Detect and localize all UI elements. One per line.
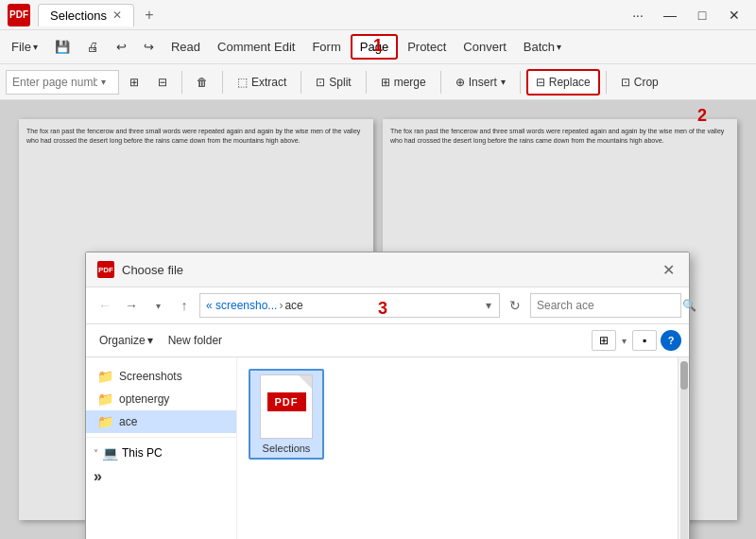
toolbar-redo[interactable]: ↪ — [136, 36, 162, 58]
more-btn[interactable]: ··· — [624, 6, 652, 25]
view-details-btn[interactable]: ▪ — [632, 330, 657, 351]
nav-back-btn[interactable]: ← — [94, 294, 116, 317]
sidebar-more[interactable]: » — [86, 464, 236, 489]
replace-icon: ⊟ — [536, 76, 545, 89]
active-tab[interactable]: Selections ✕ — [38, 4, 134, 26]
crop-icon: ⊡ — [621, 76, 630, 89]
split-btn[interactable]: ⊡ Split — [307, 69, 359, 96]
tab-close-btn[interactable]: ✕ — [112, 9, 122, 22]
sep1 — [181, 71, 182, 94]
sidebar-item-ace[interactable]: 📁 ace — [86, 410, 236, 433]
split-label: Split — [329, 76, 351, 89]
new-tab-btn[interactable]: + — [138, 4, 161, 26]
pdf-badge: PDF — [267, 392, 306, 411]
insert-btn[interactable]: ⊕ Insert ▾ — [447, 69, 514, 96]
organize-label: Organize — [99, 334, 146, 347]
main-content: The fox ran past the fencerow and three … — [0, 100, 756, 539]
extract-btn[interactable]: ⬚ Extract — [229, 69, 295, 96]
extract-label: Extract — [251, 76, 286, 89]
merge-icon: ⊞ — [381, 76, 390, 89]
file-item-selections[interactable]: PDF Selections — [249, 369, 324, 460]
dialog-body: 📁 Screenshots 📁 optenergy 📁 ace ˅ 💻 This… — [86, 357, 689, 539]
sidebar-item-ace-label: ace — [119, 415, 137, 428]
computer-icon: 💻 — [102, 445, 118, 461]
this-pc-label: This PC — [122, 446, 163, 460]
menu-protect[interactable]: Protect — [400, 36, 454, 58]
new-folder-btn[interactable]: New folder — [163, 332, 228, 349]
nav-refresh-btn[interactable]: ↻ — [504, 294, 526, 317]
dialog-toolbar-left: Organize ▾ New folder — [94, 332, 228, 349]
sidebar-item-optenergy[interactable]: 📁 optenergy — [86, 388, 236, 410]
app-logo: PDF — [8, 4, 30, 26]
layout-list-btn[interactable]: ⊟ — [149, 69, 176, 96]
dialog-logo: PDF — [97, 261, 114, 278]
grid-icon: ⊞ — [129, 76, 139, 89]
choose-file-dialog: PDF Choose file ✕ ← → ▾ ↑ « screensho...… — [85, 252, 690, 539]
more-label: » — [94, 468, 102, 485]
page-dropdown-icon[interactable]: ▾ — [101, 77, 106, 87]
sidebar-this-pc[interactable]: ˅ 💻 This PC — [86, 442, 236, 464]
folder-icon: 📁 — [97, 369, 113, 384]
merge-btn[interactable]: ⊞ merge — [372, 69, 435, 96]
step-1-label: 1 — [373, 36, 383, 56]
menu-comment-edit[interactable]: Comment Edit — [210, 36, 302, 58]
step-3-label: 3 — [378, 299, 387, 319]
nav-up-btn[interactable]: ↑ — [173, 294, 196, 317]
help-btn[interactable]: ? — [661, 330, 681, 351]
expand-icon: ˅ — [94, 448, 98, 459]
insert-label: Insert — [469, 76, 497, 89]
menu-convert[interactable]: Convert — [455, 36, 514, 58]
crop-label: Crop — [634, 76, 659, 89]
nav-forward-btn[interactable]: → — [120, 294, 143, 317]
minimize-btn[interactable]: — — [656, 6, 684, 25]
dialog-toolbar-right: ⊞ ▾ ▪ ? — [592, 330, 681, 351]
extract-icon: ⬚ — [237, 76, 248, 89]
sidebar-sep — [86, 437, 236, 438]
replace-label: Replace — [549, 76, 591, 89]
view-grid-btn[interactable]: ⊞ — [592, 330, 616, 351]
search-icon: 🔍 — [682, 299, 696, 312]
sep6 — [520, 71, 521, 94]
menu-file[interactable]: File▾ — [4, 36, 45, 58]
dialog-sidebar: 📁 Screenshots 📁 optenergy 📁 ace ˅ 💻 This… — [86, 357, 237, 539]
page-number-input-wrap: ▾ — [6, 70, 119, 95]
sep3 — [301, 71, 301, 94]
breadcrumb-part-1[interactable]: « screensho... — [206, 299, 277, 312]
maximize-btn[interactable]: □ — [688, 6, 716, 25]
breadcrumb-sep: › — [279, 299, 283, 312]
organize-btn[interactable]: Organize ▾ — [94, 332, 159, 349]
toolbar-save[interactable]: 💾 — [47, 36, 77, 58]
delete-btn[interactable]: 🗑 — [188, 69, 216, 96]
scrollbar[interactable] — [678, 357, 689, 539]
insert-arrow-icon: ▾ — [501, 77, 506, 87]
toolbar-print[interactable]: 🖨 — [79, 36, 107, 58]
address-dropdown-icon[interactable]: ▾ — [484, 299, 493, 312]
breadcrumb-current: ace — [284, 299, 302, 312]
replace-btn[interactable]: ⊟ Replace — [526, 69, 600, 96]
dialog-title-left: PDF Choose file — [97, 261, 183, 278]
file-label-selections: Selections — [263, 443, 311, 454]
close-btn[interactable]: ✕ — [720, 6, 748, 25]
sidebar-item-screenshots[interactable]: 📁 Screenshots — [86, 365, 236, 388]
sep2 — [222, 71, 223, 94]
dialog-close-btn[interactable]: ✕ — [659, 260, 678, 279]
search-input[interactable] — [537, 299, 679, 312]
tab-label: Selections — [50, 9, 107, 23]
file-area: PDF Selections — [237, 357, 678, 539]
scrollbar-thumb — [680, 361, 688, 390]
sep4 — [366, 71, 367, 94]
crop-btn[interactable]: ⊡ Crop — [612, 69, 667, 96]
address-bar: « screensho... › ace ▾ — [199, 293, 500, 318]
nav-dropdown-btn[interactable]: ▾ — [146, 294, 169, 317]
page-number-input[interactable] — [12, 76, 97, 89]
list-icon: ⊟ — [158, 76, 167, 89]
scrollbar-track — [680, 361, 688, 539]
menu-read[interactable]: Read — [163, 36, 208, 58]
toolbar-undo[interactable]: ↩ — [109, 36, 134, 58]
menu-batch[interactable]: Batch▾ — [516, 36, 569, 58]
breadcrumb: « screensho... › ace — [206, 299, 480, 312]
layout-grid-btn[interactable]: ⊞ — [121, 69, 147, 96]
organize-arrow-icon: ▾ — [147, 334, 153, 347]
sidebar-item-optenergy-label: optenergy — [119, 392, 169, 406]
menu-form[interactable]: Form — [304, 36, 348, 58]
